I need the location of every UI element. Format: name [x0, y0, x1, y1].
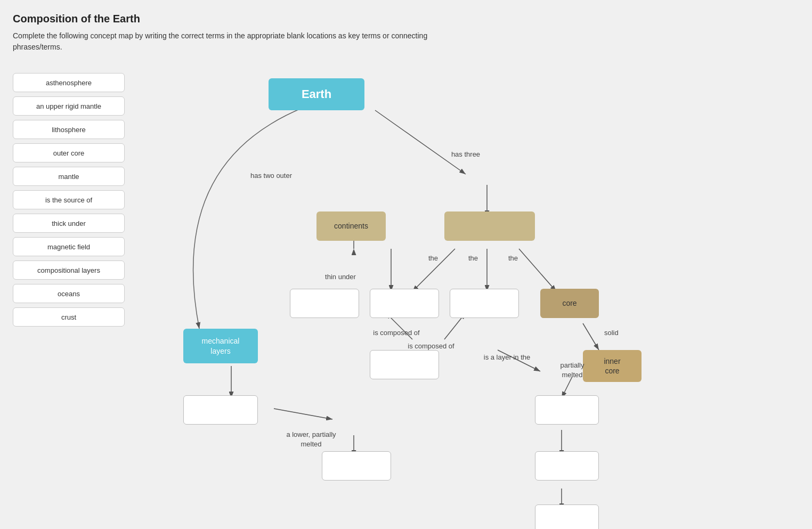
sidebar-item-oceans[interactable]: oceans: [13, 284, 125, 303]
core-box: core: [540, 289, 599, 318]
sidebar-item-asthenosphere[interactable]: asthenosphere: [13, 73, 125, 92]
sidebar-item-mantle[interactable]: mantle: [13, 167, 125, 186]
subtitle: Complete the following concept map by wr…: [13, 30, 428, 53]
blank-outer-core-mid[interactable]: [535, 451, 599, 481]
svg-line-11: [274, 409, 332, 419]
blank-box-center-the[interactable]: [450, 289, 519, 318]
blank-box-left-the[interactable]: [370, 289, 439, 318]
svg-line-6: [519, 249, 556, 291]
has-three-label: has three: [444, 150, 487, 158]
solid-label: solid: [604, 329, 619, 337]
sidebar-item-upper-rigid-mantle[interactable]: an upper rigid mantle: [13, 96, 125, 116]
main-area: asthenosphere an upper rigid mantle lith…: [13, 68, 799, 526]
has-two-outer-label: has two outer: [242, 172, 301, 180]
sidebar: asthenosphere an upper rigid mantle lith…: [13, 68, 125, 526]
blank-below-mechanical[interactable]: [183, 395, 258, 425]
sidebar-item-lithosphere[interactable]: lithosphere: [13, 120, 125, 139]
sidebar-item-crust[interactable]: crust: [13, 307, 125, 327]
page-title: Composition of the Earth: [13, 13, 799, 25]
top-right-blank-box[interactable]: [444, 211, 535, 241]
sidebar-item-is-the-source-of[interactable]: is the source of: [13, 190, 125, 209]
concept-map: Earth has two outer has three continents…: [125, 68, 799, 526]
continents-box: continents: [316, 211, 386, 241]
blank-outer-core-top[interactable]: [535, 395, 599, 425]
the-label-2: the: [468, 254, 478, 262]
the-label-1: the: [428, 254, 438, 262]
the-label-3: the: [508, 254, 518, 262]
mechanical-layers-box: mechanical layers: [183, 329, 258, 363]
partially-melted-label: partially melted: [551, 361, 594, 380]
thin-under-label: thin under: [314, 273, 367, 281]
sidebar-item-magnetic-field[interactable]: magnetic field: [13, 237, 125, 256]
page: Composition of the Earth Complete the fo…: [13, 13, 799, 526]
sidebar-item-outer-core[interactable]: outer core: [13, 143, 125, 162]
a-lower-partially-melted-label: a lower, partially melted: [277, 430, 346, 449]
earth-box: Earth: [269, 78, 364, 110]
blank-composed-of[interactable]: [370, 350, 439, 379]
is-a-layer-in-the-label: is a layer in the: [482, 353, 532, 362]
blank-lower-partial[interactable]: [322, 451, 391, 481]
svg-line-2: [375, 110, 466, 174]
sidebar-item-compositional-layers[interactable]: compositional layers: [13, 261, 125, 280]
svg-line-16: [583, 323, 599, 350]
blank-box-left-outer[interactable]: [290, 289, 359, 318]
sidebar-item-thick-under[interactable]: thick under: [13, 214, 125, 233]
is-composed-of-label-1: is composed of: [367, 329, 426, 337]
is-composed-of-label-2: is composed of: [402, 342, 460, 350]
blank-outer-core-bot[interactable]: [535, 504, 599, 529]
